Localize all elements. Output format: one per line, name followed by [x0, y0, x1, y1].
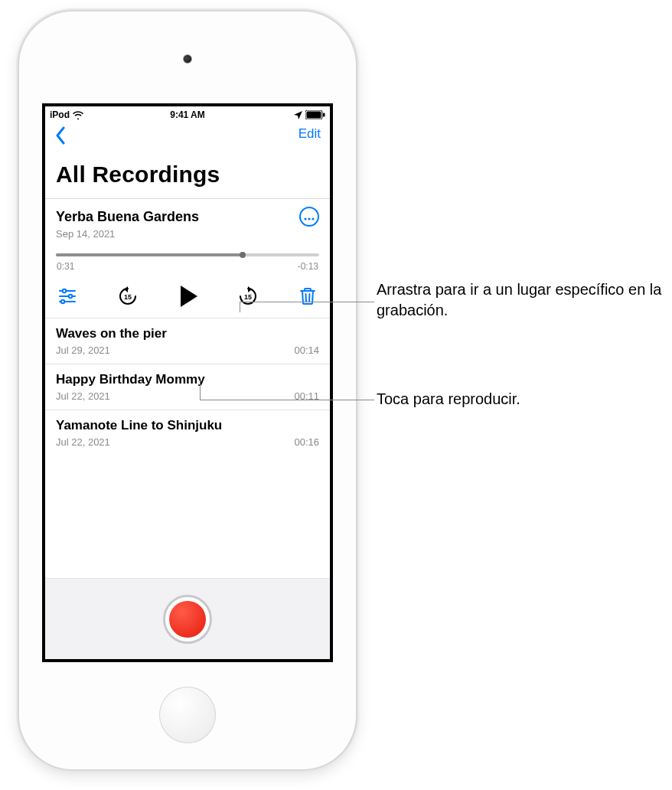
skip-forward-button[interactable]: 15 [238, 286, 258, 306]
svg-line-12 [306, 294, 307, 302]
callout-leader [240, 302, 240, 312]
record-icon [169, 601, 206, 638]
carrier-label: iPod [50, 109, 70, 120]
elapsed-label: 0:31 [57, 261, 74, 272]
selected-title[interactable]: Yerba Buena Gardens [56, 209, 199, 225]
scrubber[interactable]: 0:31 -0:13 [45, 240, 330, 276]
recording-duration: 00:14 [294, 344, 319, 356]
recording-title: Waves on the pier [56, 326, 319, 341]
selected-date: Sep 14, 2021 [56, 228, 319, 240]
back-button[interactable] [54, 126, 67, 148]
more-button[interactable] [299, 207, 319, 227]
wifi-icon [73, 111, 83, 119]
callout-leader [240, 302, 374, 302]
ellipsis-icon [304, 211, 315, 223]
delete-button[interactable] [298, 286, 318, 306]
front-camera [183, 54, 192, 64]
skip-back-button[interactable]: 15 [118, 286, 138, 306]
skip-back-seconds: 15 [123, 293, 131, 301]
home-button[interactable] [159, 687, 216, 743]
callout-play: Toca para reproducir. [377, 389, 652, 410]
playback-controls: 15 15 [45, 276, 330, 318]
page-title: All Recordings [45, 157, 330, 198]
options-button[interactable] [57, 286, 77, 306]
callout-leader [200, 400, 374, 400]
svg-point-5 [312, 217, 314, 220]
svg-point-10 [69, 295, 73, 299]
callout-leader [200, 380, 201, 400]
location-icon [294, 111, 302, 119]
screen: iPod 9:41 AM Edit All Reco [42, 103, 333, 662]
recording-row[interactable]: Waves on the pier Jul 29, 2021 00:14 [45, 318, 330, 364]
svg-rect-1 [307, 112, 321, 119]
recording-date: Jul 22, 2021 [56, 436, 110, 448]
status-bar: iPod 9:41 AM [45, 106, 330, 123]
recording-title: Yamanote Line to Shinjuku [56, 418, 319, 433]
svg-rect-2 [323, 113, 325, 117]
play-button[interactable] [178, 286, 197, 307]
recording-title: Happy Birthday Mommy [56, 372, 319, 387]
record-button[interactable] [163, 595, 212, 644]
battery-icon [305, 110, 325, 119]
edit-button[interactable]: Edit [298, 126, 321, 142]
recording-date: Jul 22, 2021 [56, 390, 110, 402]
scrubber-track [56, 253, 319, 256]
recording-row[interactable]: Happy Birthday Mommy Jul 22, 2021 00:11 [45, 364, 330, 410]
recording-date: Jul 29, 2021 [56, 344, 110, 356]
svg-line-13 [309, 294, 310, 302]
nav-bar: Edit [45, 123, 330, 157]
selected-recording: Yerba Buena Gardens Sep 14, 2021 [45, 199, 330, 240]
callout-scrubber: Arrastra para ir a un lugar específico e… [377, 279, 667, 321]
scrubber-thumb[interactable] [240, 252, 246, 258]
svg-point-4 [308, 217, 310, 220]
skip-forward-seconds: 15 [243, 293, 251, 301]
recording-duration: 00:16 [294, 436, 319, 448]
svg-point-9 [63, 289, 67, 293]
record-bar [45, 578, 330, 659]
clock-label: 9:41 AM [170, 109, 205, 120]
play-icon [181, 286, 197, 307]
device-frame: iPod 9:41 AM Edit All Reco [19, 11, 356, 769]
remaining-label: -0:13 [298, 261, 318, 272]
recording-row[interactable]: Yamanote Line to Shinjuku Jul 22, 2021 0… [45, 410, 330, 455]
svg-point-3 [304, 217, 306, 220]
scrubber-fill [56, 253, 243, 256]
svg-point-11 [61, 300, 65, 304]
